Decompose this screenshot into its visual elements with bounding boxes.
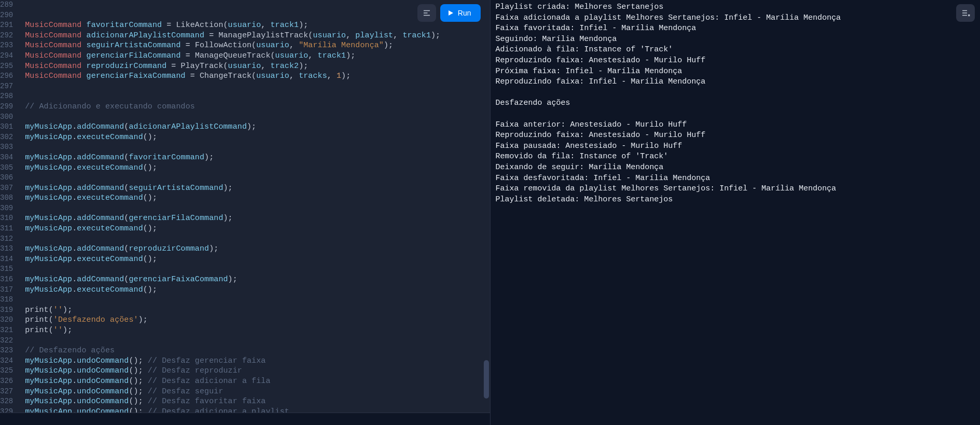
code-area[interactable]: MusicCommand favoritarCommand = LikeActi… — [12, 0, 490, 413]
code-line — [16, 336, 490, 346]
code-line: myMusicApp.undoCommand(); // Desfaz adic… — [16, 407, 490, 413]
code-line: myMusicApp.addCommand(seguirArtistaComma… — [16, 183, 490, 194]
code-line: MusicCommand seguirArtistaCommand = Foll… — [16, 40, 490, 51]
code-line — [16, 234, 490, 244]
code-line: // Desfazendo ações — [16, 346, 490, 356]
editor-toolbar: Run — [417, 4, 481, 22]
format-icon — [422, 8, 431, 18]
code-line: // Adicionando e executando comandos — [16, 102, 490, 112]
code-line: myMusicApp.undoCommand(); // Desfaz segu… — [16, 387, 490, 397]
play-icon — [447, 10, 454, 16]
code-line: myMusicApp.undoCommand(); // Desfaz favo… — [16, 396, 490, 407]
code-line — [16, 173, 490, 183]
code-line: MusicCommand reproduzirCommand = PlayTra… — [16, 61, 490, 72]
code-line: print(''); — [16, 325, 490, 336]
code-line: myMusicApp.executeCommand(); — [16, 132, 490, 143]
clear-icon — [961, 8, 970, 18]
code-line — [16, 295, 490, 305]
line-gutter: 2892902912922932942952962972982993003013… — [0, 0, 12, 413]
code-editor-pane: Run 289290291292293294295296297298299300… — [0, 0, 490, 425]
format-button[interactable] — [417, 4, 436, 22]
code-line — [16, 142, 490, 153]
code-line: myMusicApp.undoCommand(); // Desfaz repr… — [16, 366, 490, 376]
code-line: myMusicApp.executeCommand(); — [16, 163, 490, 173]
code-line: print('Desfazendo ações'); — [16, 315, 490, 325]
code-line — [16, 264, 490, 275]
code-line: myMusicApp.addCommand(gerenciarFaixaComm… — [16, 275, 490, 285]
editor-body[interactable]: 2892902912922932942952962972982993003013… — [0, 0, 490, 413]
code-line: myMusicApp.addCommand(gerenciarFilaComma… — [16, 213, 490, 224]
code-line: myMusicApp.addCommand(adicionarAPlaylist… — [16, 122, 490, 132]
code-line: myMusicApp.executeCommand(); — [16, 285, 490, 295]
code-line — [16, 112, 490, 122]
code-line: myMusicApp.undoCommand(); // Desfaz gere… — [16, 356, 490, 366]
editor-scrollbar[interactable] — [483, 0, 490, 413]
scroll-thumb[interactable] — [484, 360, 489, 399]
run-button[interactable]: Run — [440, 4, 481, 22]
code-line: MusicCommand favoritarCommand = LikeActi… — [16, 20, 490, 31]
code-line: myMusicApp.addCommand(favoritarCommand); — [16, 153, 490, 163]
code-line: myMusicApp.undoCommand(); // Desfaz adic… — [16, 376, 490, 387]
code-line: MusicCommand adicionarAPlaylistCommand =… — [16, 31, 490, 41]
code-line: MusicCommand gerenciarFaixaCommand = Cha… — [16, 71, 490, 81]
code-line: myMusicApp.addCommand(reproduzirCommand)… — [16, 244, 490, 254]
code-line — [16, 81, 490, 92]
code-line: MusicCommand gerenciarFilaCommand = Mana… — [16, 51, 490, 61]
code-line — [16, 91, 490, 102]
code-line: myMusicApp.executeCommand(); — [16, 193, 490, 203]
code-line: myMusicApp.executeCommand(); — [16, 254, 490, 265]
code-line — [16, 203, 490, 214]
code-line: print(''); — [16, 305, 490, 316]
console-pane: Playlist criada: Melhores Sertanejos Fai… — [491, 0, 981, 425]
console-output[interactable]: Playlist criada: Melhores Sertanejos Fai… — [491, 0, 981, 425]
status-bar — [0, 413, 490, 425]
run-button-label: Run — [458, 9, 471, 17]
code-line: myMusicApp.executeCommand(); — [16, 224, 490, 234]
clear-console-button[interactable] — [956, 4, 975, 22]
